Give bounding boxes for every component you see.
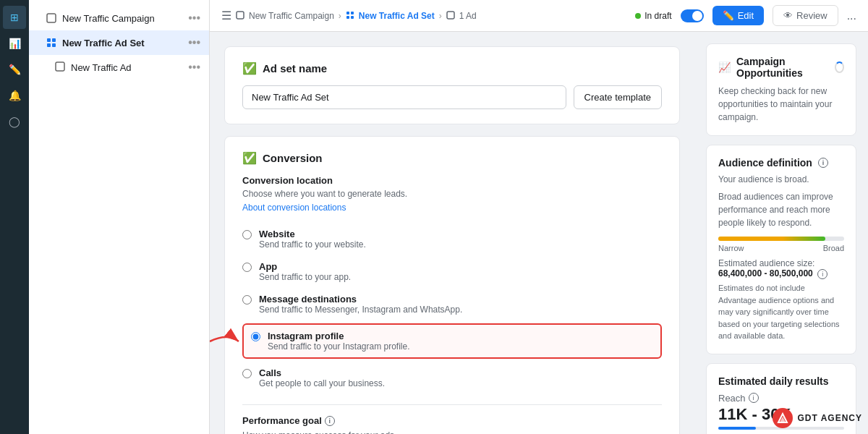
svg-rect-8 [351, 12, 354, 14]
radio-app-input[interactable] [242, 263, 252, 272]
edit-button[interactable]: ✏️ Edit [712, 6, 764, 25]
radio-website[interactable]: Website Send traffic to your website. [242, 223, 662, 255]
adset-name-row: Create template [242, 85, 662, 109]
radio-instagram[interactable]: Instagram profile Send traffic to your I… [242, 323, 662, 359]
instagram-label: Instagram profile [268, 331, 410, 341]
audience-desc: Broad audiences can improve performance … [718, 190, 844, 229]
conversion-location-title: Conversion location [242, 175, 662, 186]
create-template-button[interactable]: Create template [574, 85, 663, 109]
svg-rect-3 [47, 43, 51, 47]
message-desc: Send traffic to Messenger, Instagram and… [259, 305, 462, 315]
instagram-option-wrapper: Instagram profile Send traffic to your I… [242, 323, 662, 359]
perf-goal-label: Performance goal i [242, 415, 662, 426]
campaign-dots[interactable]: ••• [188, 12, 200, 25]
audience-slider [718, 237, 844, 241]
bc-adset[interactable]: New Traffic Ad Set [359, 11, 435, 21]
sidebar-item-campaign[interactable]: New Traffic Campaign ••• [29, 6, 209, 30]
adset-name-header: ✅ Ad set name [242, 61, 662, 75]
bc-campaign[interactable]: New Traffic Campaign [249, 11, 334, 21]
sidebar-item-adset[interactable]: New Traffic Ad Set ••• [29, 30, 209, 55]
radio-instagram-labels: Instagram profile Send traffic to your I… [268, 331, 410, 352]
radio-message[interactable]: Message destinations Send traffic to Mes… [242, 288, 662, 320]
sidebar: New Traffic Campaign ••• New Traffic Ad … [29, 0, 210, 434]
adset-name-input[interactable] [242, 85, 566, 109]
sidebar-adset-label: New Traffic Ad Set [62, 38, 145, 48]
daily-results-title-text: Estimated daily results [718, 375, 829, 387]
conversion-location-desc: Choose where you want to generate leads. [242, 189, 662, 199]
radio-calls[interactable]: Calls Get people to call your business. [242, 362, 662, 394]
ad-dots[interactable]: ••• [188, 61, 200, 74]
icon-bar: ⊞ 📊 ✏️ 🔔 ◯ [0, 0, 29, 434]
bc-sep-2: › [439, 11, 442, 21]
svg-rect-5 [56, 62, 64, 71]
svg-rect-0 [47, 14, 56, 22]
adset-icon [46, 38, 56, 48]
more-menu[interactable]: ... [847, 9, 856, 22]
svg-rect-4 [52, 43, 56, 47]
audience-title-text: Audience definition [718, 157, 812, 169]
size-label: Estimated audience size: [718, 258, 814, 268]
perf-goal-info-icon[interactable]: i [325, 416, 335, 426]
reach-label: Reach i [718, 393, 844, 404]
breadcrumb-bar: ☰ New Traffic Campaign › New Traffic Ad … [210, 0, 868, 32]
instagram-desc: Send traffic to your Instagram profile. [268, 341, 410, 352]
opportunities-title: 📈 Campaign Opportunities [718, 56, 844, 79]
audience-info-icon[interactable]: i [818, 158, 828, 168]
toggle-switch[interactable] [681, 9, 704, 22]
svg-rect-6 [237, 12, 244, 19]
pencil-icon[interactable]: ✏️ [3, 58, 26, 81]
adset-dots[interactable]: ••• [188, 36, 200, 49]
calls-desc: Get people to call your business. [259, 378, 385, 388]
radio-instagram-input[interactable] [251, 332, 260, 341]
perf-goal-title: Performance goal [242, 415, 322, 426]
check-icon-name: ✅ [242, 61, 257, 75]
adset-name-title: Ad set name [263, 62, 327, 75]
breadcrumb: ☰ New Traffic Campaign › New Traffic Ad … [221, 9, 477, 22]
draft-dot [635, 13, 641, 19]
radio-website-labels: Website Send traffic to your website. [259, 229, 366, 250]
bc-ad[interactable]: 1 Ad [459, 11, 477, 21]
draft-label: In draft [644, 11, 671, 21]
narrow-label: Narrow [718, 244, 744, 252]
website-desc: Send traffic to your website. [259, 239, 366, 250]
radio-app-labels: App Send traffic to your app. [259, 261, 351, 282]
sidebar-item-ad[interactable]: New Traffic Ad ••• [29, 55, 209, 80]
adset-name-card: ✅ Ad set name Create template [224, 46, 680, 124]
eye-icon: 👁 [783, 10, 793, 21]
calls-label: Calls [259, 367, 385, 378]
conversion-card: ✅ Conversion Conversion location Choose … [224, 136, 680, 434]
perf-goal-desc: How you measure success for your ads. [242, 430, 662, 434]
opportunities-desc: Keep checking back for new opportunities… [718, 85, 844, 124]
audience-range-labels: Narrow Broad [718, 244, 844, 252]
home-icon[interactable]: ⊞ [3, 6, 26, 29]
bc-sep-1: › [339, 11, 341, 21]
right-panel: 📈 Campaign Opportunities Keep checking b… [694, 32, 868, 434]
size-info-icon[interactable]: i [817, 269, 827, 279]
reach-label-text: Reach [718, 393, 746, 404]
radio-calls-input[interactable] [242, 369, 252, 378]
radio-message-input[interactable] [242, 295, 252, 305]
audience-card: Audience definition i Your audience is b… [706, 145, 856, 354]
menu-icon[interactable]: ☰ [221, 9, 231, 22]
circle-icon[interactable]: ◯ [3, 110, 26, 133]
svg-rect-9 [346, 16, 349, 19]
watermark-text: GDT AGENCY [797, 413, 862, 423]
conversion-link[interactable]: About conversion locations [242, 203, 346, 213]
audience-broad-label: Your audience is broad. [718, 174, 844, 184]
conversion-title: Conversion [263, 152, 323, 164]
opportunities-title-text: Campaign Opportunities [736, 56, 829, 79]
chart-icon[interactable]: 📊 [3, 32, 26, 55]
size-value: 68,400,000 - 80,500,000 [718, 268, 813, 278]
reach-info-icon[interactable]: i [749, 393, 759, 403]
radio-app[interactable]: App Send traffic to your app. [242, 255, 662, 288]
review-button[interactable]: 👁 Review [773, 5, 838, 26]
opportunities-card: 📈 Campaign Opportunities Keep checking b… [706, 43, 856, 136]
edit-icon: ✏️ [723, 10, 734, 21]
radio-website-input[interactable] [242, 230, 252, 239]
divider-1 [242, 404, 662, 405]
content-area: ✅ Ad set name Create template ✅ Conversi… [210, 32, 868, 434]
review-label: Review [796, 10, 827, 21]
broad-end-label: Broad [823, 244, 844, 252]
svg-rect-10 [351, 16, 354, 19]
bell-icon[interactable]: 🔔 [3, 84, 26, 107]
